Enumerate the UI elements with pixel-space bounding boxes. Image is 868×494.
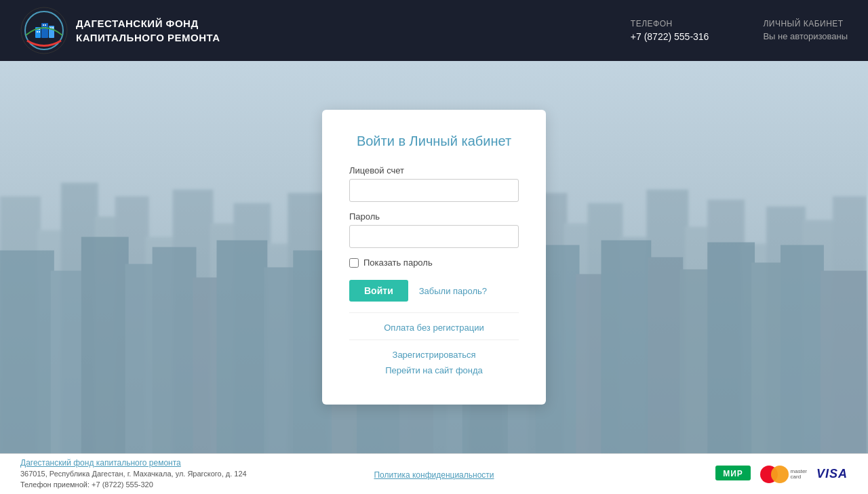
main-content: Войти в Личный кабинет Лицевой счет Паро… (0, 61, 868, 453)
show-password-label[interactable]: Показать пароль (349, 258, 519, 268)
footer-left: Дагестанский фонд капитального ремонта 3… (20, 458, 296, 490)
svg-rect-14 (52, 27, 54, 28)
logo-text: ДАГЕСТАНСКИЙ ФОНД КАПИТАЛЬНОГО РЕМОНТА (76, 16, 220, 45)
cabinet-status: Вы не авторизованы (763, 31, 848, 41)
account-input[interactable] (349, 179, 519, 202)
login-button[interactable]: Войти (349, 280, 408, 302)
footer-address: 367015, Республика Дагестан, г. Махачкал… (20, 469, 296, 490)
mastercard-logo: mastercard (760, 466, 807, 483)
show-password-checkbox[interactable] (349, 258, 359, 268)
svg-rect-8 (39, 31, 40, 33)
register-link[interactable]: Зарегистрироваться (349, 350, 519, 360)
header-logo: ДАГЕСТАНСКИЙ ФОНД КАПИТАЛЬНОГО РЕМОНТА (20, 7, 220, 54)
cabinet-label: ЛИЧНЫЙ КАБИНЕТ (763, 19, 848, 28)
footer-policy-link[interactable]: Политика конфиденциальности (374, 470, 494, 480)
phone-value: +7 (8722) 555-316 (631, 31, 709, 42)
header: ДАГЕСТАНСКИЙ ФОНД КАПИТАЛЬНОГО РЕМОНТА Т… (0, 0, 868, 61)
visa-logo: VISA (816, 467, 848, 481)
svg-rect-7 (37, 31, 38, 33)
svg-rect-9 (43, 24, 44, 26)
password-field-group: Пароль (349, 211, 519, 248)
divider1 (349, 312, 519, 313)
footer-company-link[interactable]: Дагестанский фонд капитального ремонта (20, 458, 296, 468)
password-label: Пароль (349, 211, 519, 222)
login-title: Войти в Личный кабинет (349, 133, 519, 149)
svg-rect-10 (45, 24, 46, 26)
login-card: Войти в Личный кабинет Лицевой счет Паро… (322, 110, 546, 405)
footer-right: МИР mastercard VISA (572, 466, 848, 483)
site-link[interactable]: Перейти на сайт фонда (349, 365, 519, 375)
login-row: Войти Забыли пароль? (349, 280, 519, 302)
account-field-group: Лицевой счет (349, 165, 519, 202)
payment-link[interactable]: Оплата без регистрации (349, 323, 519, 333)
phone-label: ТЕЛЕФОН (631, 19, 709, 28)
mir-logo: МИР (715, 466, 751, 482)
footer: Дагестанский фонд капитального ремонта 3… (0, 453, 868, 494)
password-input[interactable] (349, 225, 519, 248)
forgot-password-link[interactable]: Забыли пароль? (419, 286, 487, 296)
footer-center: Политика конфиденциальности (296, 468, 572, 480)
account-label: Лицевой счет (349, 165, 519, 176)
logo-icon (20, 7, 68, 54)
phone-block: ТЕЛЕФОН +7 (8722) 555-316 (631, 19, 709, 42)
svg-text:МИР: МИР (723, 469, 743, 478)
divider2 (349, 339, 519, 340)
header-contacts: ТЕЛЕФОН +7 (8722) 555-316 ЛИЧНЫЙ КАБИНЕТ… (631, 19, 848, 42)
cabinet-block: ЛИЧНЫЙ КАБИНЕТ Вы не авторизованы (763, 19, 848, 41)
